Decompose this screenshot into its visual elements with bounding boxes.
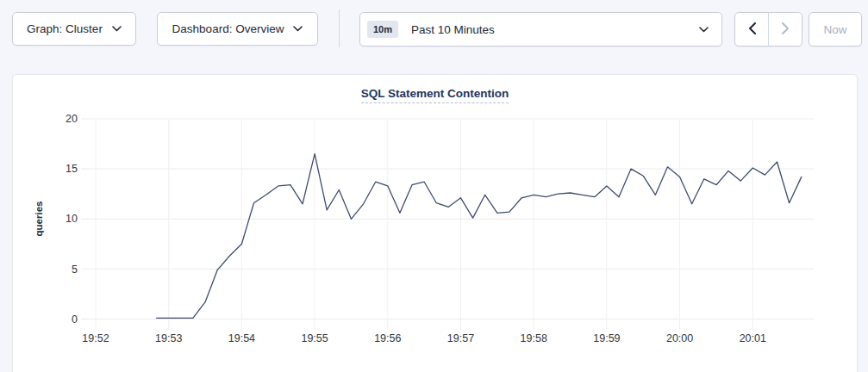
now-button[interactable]: Now xyxy=(809,12,862,46)
chevron-right-icon xyxy=(782,22,790,37)
graph-dropdown-label: Graph: Cluster xyxy=(27,22,103,35)
graph-dropdown[interactable]: Graph: Cluster xyxy=(12,12,136,46)
svg-text:19:52: 19:52 xyxy=(82,332,109,344)
time-range-label: Past 10 Minutes xyxy=(411,23,495,36)
svg-text:20: 20 xyxy=(66,113,78,125)
chevron-down-icon xyxy=(293,26,303,32)
series-line-queries xyxy=(157,154,802,319)
chevron-down-icon xyxy=(699,27,709,33)
chart-title-row: SQL Statement Contention xyxy=(13,85,857,103)
svg-text:19:54: 19:54 xyxy=(228,332,255,344)
sql-statement-contention-chart: 0510152019:5219:5319:5419:5519:5619:5719… xyxy=(13,75,857,372)
dashboard-dropdown-label: Dashboard: Overview xyxy=(172,22,284,35)
chart-card: SQL Statement Contention 0510152019:5219… xyxy=(12,74,858,372)
time-range-prev-button[interactable] xyxy=(735,13,769,46)
svg-text:0: 0 xyxy=(72,313,78,326)
time-range-next-button[interactable] xyxy=(769,13,802,46)
dashboard-dropdown[interactable]: Dashboard: Overview xyxy=(157,12,318,46)
y-gridlines xyxy=(81,119,815,319)
svg-text:5: 5 xyxy=(72,264,78,276)
svg-text:19:53: 19:53 xyxy=(155,332,182,344)
svg-text:20:01: 20:01 xyxy=(740,332,766,344)
svg-text:10: 10 xyxy=(66,213,78,225)
svg-text:19:55: 19:55 xyxy=(301,332,328,344)
chevron-left-icon xyxy=(748,22,756,37)
time-range-selector[interactable]: 10m Past 10 Minutes xyxy=(359,12,722,46)
time-range-badge: 10m xyxy=(367,21,398,38)
svg-text:19:58: 19:58 xyxy=(521,332,547,344)
svg-text:19:56: 19:56 xyxy=(374,332,401,344)
chart-title[interactable]: SQL Statement Contention xyxy=(361,87,509,103)
toolbar-divider xyxy=(339,9,340,47)
svg-text:20:00: 20:00 xyxy=(666,332,693,344)
chevron-down-icon xyxy=(112,26,122,32)
time-range-step-controls xyxy=(734,12,802,46)
x-gridlines xyxy=(96,119,752,330)
svg-text:19:59: 19:59 xyxy=(593,332,620,344)
x-axis-tick-labels: 19:5219:5319:5419:5519:5619:5719:5819:59… xyxy=(82,332,766,344)
svg-text:15: 15 xyxy=(66,163,78,175)
y-axis-label: queries xyxy=(34,202,44,237)
svg-text:19:57: 19:57 xyxy=(447,332,474,344)
y-axis-tick-labels: 05101520 xyxy=(66,113,78,326)
